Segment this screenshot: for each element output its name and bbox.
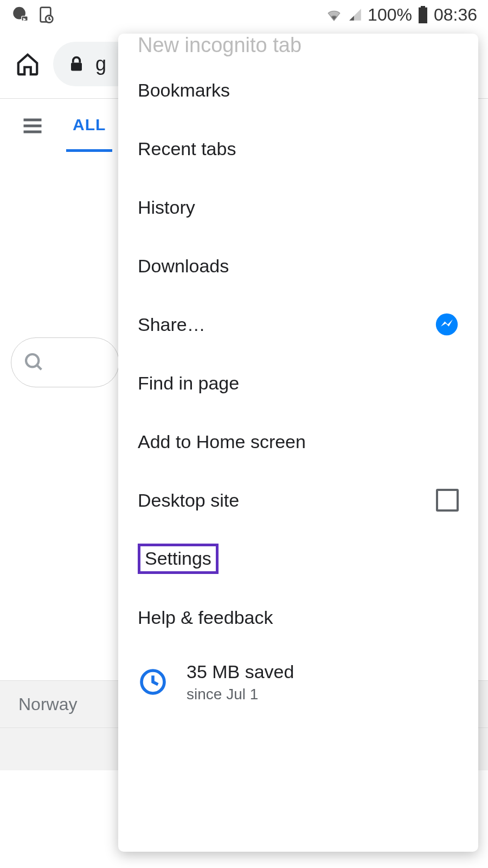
- svg-rect-5: [421, 6, 425, 8]
- menu-item-label: Add to Home screen: [138, 431, 306, 452]
- menu-item-label: Bookmarks: [138, 80, 230, 101]
- menu-find-in-page[interactable]: Find in page: [118, 354, 478, 412]
- menu-data-saver[interactable]: 35 MB saved since Jul 1: [118, 647, 478, 717]
- menu-history[interactable]: History: [118, 178, 478, 237]
- notification-chat-icon: [11, 5, 29, 24]
- lock-icon: [68, 55, 85, 73]
- desktop-site-checkbox[interactable]: [436, 489, 459, 512]
- status-right: 100% 08:36: [325, 5, 477, 25]
- svg-rect-6: [71, 62, 82, 71]
- messenger-icon[interactable]: [435, 312, 459, 336]
- data-saver-subtitle: since Jul 1: [187, 686, 294, 703]
- wifi-icon: [325, 6, 343, 23]
- menu-item-label: New incognito tab: [138, 34, 301, 57]
- svg-rect-4: [419, 8, 427, 23]
- menu-help-feedback[interactable]: Help & feedback: [118, 588, 478, 647]
- menu-item-label: Share…: [138, 314, 206, 335]
- data-saver-text: 35 MB saved since Jul 1: [187, 661, 294, 703]
- clock: 08:36: [434, 5, 477, 25]
- menu-item-label: Desktop site: [138, 490, 239, 511]
- data-saver-title: 35 MB saved: [187, 661, 294, 682]
- svg-line-11: [37, 365, 41, 369]
- menu-add-home[interactable]: Add to Home screen: [118, 412, 478, 471]
- menu-item-label: Help & feedback: [138, 607, 273, 628]
- hamburger-icon[interactable]: [21, 114, 44, 138]
- menu-settings[interactable]: Settings: [118, 529, 478, 588]
- home-icon[interactable]: [15, 52, 40, 76]
- status-left: [11, 5, 54, 24]
- signal-icon: [348, 8, 362, 22]
- menu-recent-tabs[interactable]: Recent tabs: [118, 119, 478, 178]
- menu-item-label: Find in page: [138, 373, 239, 394]
- menu-new-incognito[interactable]: New incognito tab: [118, 34, 478, 61]
- menu-bookmarks[interactable]: Bookmarks: [118, 61, 478, 119]
- menu-item-label: Recent tabs: [138, 138, 236, 159]
- tab-all[interactable]: ALL: [66, 100, 112, 152]
- status-bar: 100% 08:36: [0, 0, 488, 29]
- notification-sync-icon: [37, 6, 54, 23]
- svg-point-10: [26, 354, 38, 367]
- omnibox-text: g: [95, 53, 106, 75]
- battery-icon: [418, 6, 428, 23]
- search-icon: [23, 352, 45, 373]
- region-label: Norway: [18, 694, 77, 714]
- google-search-box[interactable]: [11, 337, 119, 387]
- menu-item-label: Settings: [138, 544, 219, 573]
- menu-desktop-site[interactable]: Desktop site: [118, 471, 478, 529]
- battery-percent: 100%: [368, 5, 412, 25]
- menu-share[interactable]: Share…: [118, 295, 478, 354]
- menu-item-label: History: [138, 197, 195, 218]
- menu-downloads[interactable]: Downloads: [118, 237, 478, 295]
- overflow-menu: New incognito tab Bookmarks Recent tabs …: [118, 34, 478, 852]
- menu-item-label: Downloads: [138, 256, 229, 277]
- data-saver-icon: [138, 667, 168, 697]
